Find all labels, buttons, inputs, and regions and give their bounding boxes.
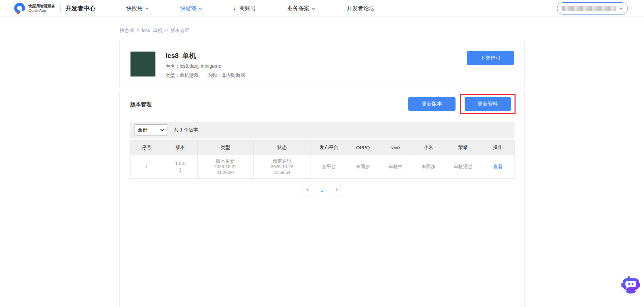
nav-label: 业务备案 bbox=[287, 5, 310, 12]
next-page-button[interactable] bbox=[331, 184, 342, 195]
breadcrumb-separator: > bbox=[165, 28, 168, 33]
nav-item-quickgame[interactable]: 快游戏 bbox=[180, 5, 203, 12]
chevron-down-icon bbox=[160, 129, 164, 131]
red-highlight-annotation: 更新资料 bbox=[460, 94, 516, 114]
main-nav: 快应用 快游戏 厂商账号 业务备案 开发者论坛 bbox=[126, 0, 375, 17]
game-type-line: 类型：单机游戏内购：非内购游戏 bbox=[166, 72, 245, 79]
offline-guide-button[interactable]: 下架指引 bbox=[467, 51, 514, 65]
chevron-down-icon bbox=[312, 7, 315, 10]
game-info: lcs8_单机 包名：lcs8.danji.minigame 类型：单机游戏内购… bbox=[166, 51, 245, 79]
nav-item-business-filing[interactable]: 业务备案 bbox=[287, 5, 315, 12]
game-package-line: 包名：lcs8.danji.minigame bbox=[166, 63, 245, 69]
col-oppo: OPPO bbox=[347, 141, 379, 155]
pagination: 1 bbox=[302, 184, 342, 195]
logo-line2: Quick App bbox=[28, 8, 56, 13]
version-filter-bar: 全部 共 1 个版本 bbox=[130, 122, 515, 139]
nav-item-developer-forum[interactable]: 开发者论坛 bbox=[347, 5, 375, 12]
package-value: lcs8.danji.minigame bbox=[180, 63, 221, 69]
cell-honor-status: 审核通过 bbox=[445, 155, 481, 179]
chevron-down-icon bbox=[619, 7, 623, 10]
cell-oppo-status: 未同步 bbox=[347, 155, 379, 179]
logo-text: 快应用智慧服务 Quick App bbox=[28, 4, 56, 13]
version-number: 1.0.0 bbox=[163, 160, 197, 166]
breadcrumb: 快游戏 > lcs8_单机 > 版本管理 bbox=[120, 28, 191, 34]
type-value: 版本更新 bbox=[198, 158, 253, 164]
update-version-button[interactable]: 更新版本 bbox=[408, 97, 456, 111]
version-management-card: 版本管理 更新版本 更新资料 全部 共 1 个版本 序号 版本 类型 状态 发布… bbox=[119, 91, 525, 307]
iap-label: 内购： bbox=[207, 72, 222, 78]
logo-line1: 快应用智慧服务 bbox=[28, 4, 56, 8]
type-label: 类型： bbox=[166, 72, 180, 78]
portal-title: 开发者中心 bbox=[65, 4, 96, 12]
chevron-down-icon bbox=[145, 7, 149, 10]
nav-label: 快应用 bbox=[126, 5, 143, 12]
col-honor: 荣耀 bbox=[445, 141, 481, 155]
table-header-row: 序号 版本 类型 状态 发布平台 OPPO vivo 小米 荣耀 操作 bbox=[130, 141, 515, 155]
chevron-down-icon bbox=[199, 7, 202, 10]
col-type: 类型 bbox=[198, 141, 254, 155]
top-navigation-bar: 快应用智慧服务 Quick App 开发者中心 快应用 快游戏 厂商账号 业务备… bbox=[0, 0, 644, 17]
account-selector[interactable] bbox=[557, 2, 628, 14]
breadcrumb-version-management: 版本管理 bbox=[171, 28, 189, 33]
nav-item-vendor-account[interactable]: 厂商账号 bbox=[234, 5, 256, 12]
version-code: 1 bbox=[163, 167, 197, 173]
version-filter-select[interactable]: 全部 bbox=[134, 124, 168, 136]
selected-option: 全部 bbox=[138, 127, 147, 133]
chat-assistant-button[interactable] bbox=[621, 275, 641, 295]
chevron-left-icon bbox=[306, 188, 309, 192]
type-value: 单机游戏 bbox=[180, 72, 199, 78]
type-time: 11:26:30 bbox=[198, 170, 253, 176]
cell-version: 1.0.0 1 bbox=[163, 155, 198, 179]
breadcrumb-quickgame[interactable]: 快游戏 bbox=[120, 28, 134, 33]
type-date: 2025-10-22 bbox=[198, 164, 253, 170]
cell-action: 查看 bbox=[481, 155, 515, 179]
col-vivo: vivo bbox=[379, 141, 412, 155]
cell-type: 版本更新 2025-10-22 11:26:30 bbox=[198, 155, 254, 179]
game-info-card: lcs8_单机 包名：lcs8.danji.minigame 类型：单机游戏内购… bbox=[119, 41, 525, 87]
version-table: 序号 版本 类型 状态 发布平台 OPPO vivo 小米 荣耀 操作 1 1.… bbox=[130, 140, 515, 179]
nav-item-quickapp[interactable]: 快应用 bbox=[126, 5, 149, 12]
cell-platform: 全平台 bbox=[311, 155, 347, 179]
col-status: 状态 bbox=[254, 141, 311, 155]
status-time: 11:56:54 bbox=[254, 170, 311, 176]
iap-value: 非内购游戏 bbox=[222, 72, 245, 78]
nav-label: 厂商账号 bbox=[234, 5, 256, 12]
robot-icon bbox=[621, 275, 641, 295]
account-name-redacted bbox=[562, 6, 616, 11]
game-title: lcs8_单机 bbox=[166, 51, 245, 60]
col-index: 序号 bbox=[130, 141, 163, 155]
col-action: 操作 bbox=[481, 141, 515, 155]
breadcrumb-separator: > bbox=[137, 28, 139, 33]
col-platform: 发布平台 bbox=[311, 141, 347, 155]
quickapp-logo-icon bbox=[13, 2, 26, 14]
page-number-1[interactable]: 1 bbox=[321, 187, 323, 193]
game-app-icon bbox=[130, 52, 155, 76]
cell-xiaomi-status: 未同步 bbox=[412, 155, 445, 179]
update-info-button[interactable]: 更新资料 bbox=[465, 97, 511, 111]
cell-vivo-status: 审核中 bbox=[379, 155, 412, 179]
section-title: 版本管理 bbox=[130, 101, 152, 108]
status-date: 2025-10-22 bbox=[254, 164, 311, 170]
logo-cluster: 快应用智慧服务 Quick App 开发者中心 bbox=[13, 0, 96, 17]
table-row: 1 1.0.0 1 版本更新 2025-10-22 11:26:30 预审通过 … bbox=[130, 155, 515, 179]
version-count-text: 共 1 个版本 bbox=[174, 127, 198, 133]
nav-label: 快游戏 bbox=[180, 5, 197, 12]
breadcrumb-app[interactable]: lcs8_单机 bbox=[142, 28, 163, 33]
chevron-right-icon bbox=[335, 188, 338, 192]
nav-label: 开发者论坛 bbox=[347, 5, 375, 12]
logo-divider bbox=[60, 5, 61, 12]
view-link[interactable]: 查看 bbox=[493, 164, 503, 169]
status-value: 预审通过 bbox=[254, 158, 311, 164]
package-label: 包名： bbox=[166, 63, 180, 69]
col-version: 版本 bbox=[163, 141, 198, 155]
cell-index: 1 bbox=[130, 155, 163, 179]
prev-page-button[interactable] bbox=[302, 184, 313, 195]
cell-status: 预审通过 2025-10-22 11:56:54 bbox=[254, 155, 311, 179]
col-xiaomi: 小米 bbox=[412, 141, 445, 155]
